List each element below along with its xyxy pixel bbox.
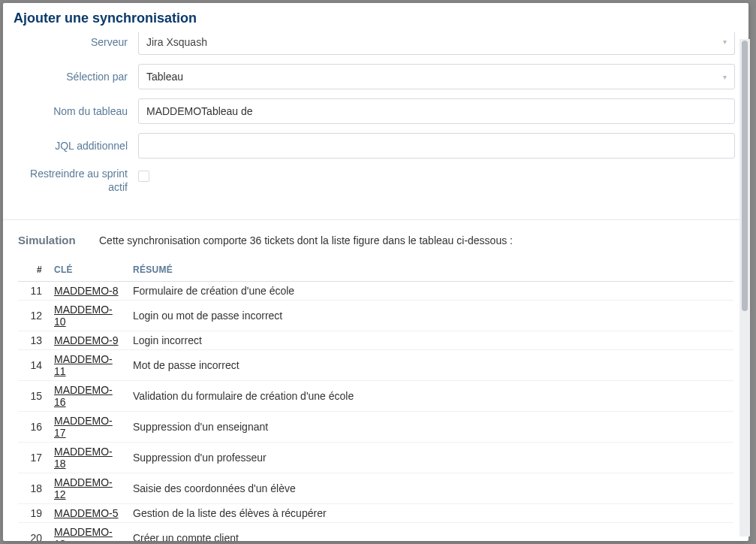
modal-title: Ajouter une synchronisation — [14, 11, 738, 26]
cell-num: 14 — [18, 350, 48, 381]
scrollbar-track[interactable] — [739, 39, 750, 536]
row-sprint: Restreindre au sprint actif — [17, 168, 735, 194]
cell-num: 11 — [18, 282, 48, 301]
table-row: 14MADDEMO-11Mot de passe incorrect — [18, 350, 733, 381]
table-row: 20MADDEMO-13Créer un compte client — [18, 523, 733, 542]
ticket-link[interactable]: MADDEMO-11 — [54, 353, 113, 377]
cell-summary: Saisie des coordonnées d'un élève — [127, 473, 733, 504]
input-board-name[interactable] — [138, 98, 735, 124]
divider — [3, 219, 748, 220]
cell-summary: Mot de passe incorrect — [127, 350, 733, 381]
cell-key: MADDEMO-9 — [48, 331, 127, 350]
chevron-down-icon: ▾ — [723, 38, 727, 46]
select-selection[interactable]: Tableau ▾ — [138, 64, 735, 89]
cell-key: MADDEMO-5 — [48, 504, 127, 523]
tickets-table-wrap: # CLÉ RÉSUMÉ 11MADDEMO-8Formulaire de cr… — [17, 260, 735, 541]
row-board: Nom du tableau — [17, 98, 735, 124]
select-selection-value: Tableau — [146, 71, 183, 83]
cell-num: 12 — [18, 301, 48, 331]
cell-summary: Créer un compte client — [127, 523, 733, 542]
table-header-row: # CLÉ RÉSUMÉ — [18, 260, 733, 282]
checkbox-restrict-sprint[interactable] — [138, 171, 149, 182]
cell-summary: Gestion de la liste des élèves à récupér… — [127, 504, 733, 523]
col-summary[interactable]: RÉSUMÉ — [127, 260, 733, 282]
select-server-value: Jira Xsquash — [146, 36, 207, 48]
table-row: 18MADDEMO-12Saisie des coordonnées d'un … — [18, 473, 733, 504]
simulation-text: Cette synchronisation comporte 36 ticket… — [99, 234, 513, 246]
cell-summary: Suppression d'un professeur — [127, 443, 733, 473]
ticket-link[interactable]: MADDEMO-10 — [54, 304, 113, 328]
table-row: 16MADDEMO-17Suppression d'un enseignant — [18, 412, 733, 443]
form-area: Serveur Jira Xsquash ▾ Sélection par Tab… — [17, 32, 735, 216]
modal-header: Ajouter une synchronisation — [3, 3, 748, 32]
cell-key: MADDEMO-10 — [48, 301, 127, 331]
col-key[interactable]: CLÉ — [48, 260, 127, 282]
cell-key: MADDEMO-11 — [48, 350, 127, 381]
cell-num: 20 — [18, 523, 48, 542]
cell-summary: Login incorrect — [127, 331, 733, 350]
row-selection: Sélection par Tableau ▾ — [17, 64, 735, 89]
label-sprint: Restreindre au sprint actif — [17, 168, 138, 194]
table-row: 15MADDEMO-16Validation du formulaire de … — [18, 381, 733, 412]
ticket-link[interactable]: MADDEMO-13 — [54, 526, 113, 541]
scrollbar-thumb[interactable] — [742, 41, 748, 311]
cell-num: 17 — [18, 443, 48, 473]
tickets-table: # CLÉ RÉSUMÉ 11MADDEMO-8Formulaire de cr… — [18, 260, 733, 541]
select-server[interactable]: Jira Xsquash ▾ — [138, 32, 735, 55]
simulation-row: Simulation Cette synchronisation comport… — [17, 234, 735, 246]
modal-add-sync: Ajouter une synchronisation Serveur Jira… — [3, 3, 748, 541]
label-server: Serveur — [17, 36, 138, 48]
cell-num: 15 — [18, 381, 48, 412]
col-num[interactable]: # — [18, 260, 48, 282]
cell-num: 13 — [18, 331, 48, 350]
chevron-down-icon: ▾ — [723, 73, 727, 81]
cell-key: MADDEMO-13 — [48, 523, 127, 542]
simulation-label: Simulation — [17, 234, 99, 246]
row-jql: JQL additionnel — [17, 133, 735, 159]
label-selection: Sélection par — [17, 71, 138, 83]
cell-key: MADDEMO-16 — [48, 381, 127, 412]
cell-summary: Formulaire de création d'une école — [127, 282, 733, 301]
table-row: 19MADDEMO-5Gestion de la liste des élève… — [18, 504, 733, 523]
cell-key: MADDEMO-17 — [48, 412, 127, 443]
cell-num: 16 — [18, 412, 48, 443]
table-row: 12MADDEMO-10Login ou mot de passe incorr… — [18, 301, 733, 331]
ticket-link[interactable]: MADDEMO-18 — [54, 446, 113, 470]
ticket-link[interactable]: MADDEMO-12 — [54, 476, 113, 500]
label-jql: JQL additionnel — [17, 140, 138, 152]
cell-key: MADDEMO-18 — [48, 443, 127, 473]
ticket-link[interactable]: MADDEMO-8 — [54, 285, 119, 297]
table-row: 13MADDEMO-9Login incorrect — [18, 331, 733, 350]
ticket-link[interactable]: MADDEMO-17 — [54, 415, 113, 439]
row-server: Serveur Jira Xsquash ▾ — [17, 32, 735, 55]
cell-key: MADDEMO-12 — [48, 473, 127, 504]
label-board: Nom du tableau — [17, 105, 138, 117]
table-row: 11MADDEMO-8Formulaire de création d'une … — [18, 282, 733, 301]
ticket-link[interactable]: MADDEMO-9 — [54, 334, 119, 346]
modal-body: Serveur Jira Xsquash ▾ Sélection par Tab… — [3, 32, 748, 541]
cell-num: 19 — [18, 504, 48, 523]
input-jql[interactable] — [138, 133, 735, 159]
cell-summary: Suppression d'un enseignant — [127, 412, 733, 443]
cell-key: MADDEMO-8 — [48, 282, 127, 301]
ticket-link[interactable]: MADDEMO-5 — [54, 507, 119, 519]
table-row: 17MADDEMO-18Suppression d'un professeur — [18, 443, 733, 473]
ticket-link[interactable]: MADDEMO-16 — [54, 384, 113, 408]
cell-summary: Validation du formulaire de création d'u… — [127, 381, 733, 412]
cell-summary: Login ou mot de passe incorrect — [127, 301, 733, 331]
cell-num: 18 — [18, 473, 48, 504]
